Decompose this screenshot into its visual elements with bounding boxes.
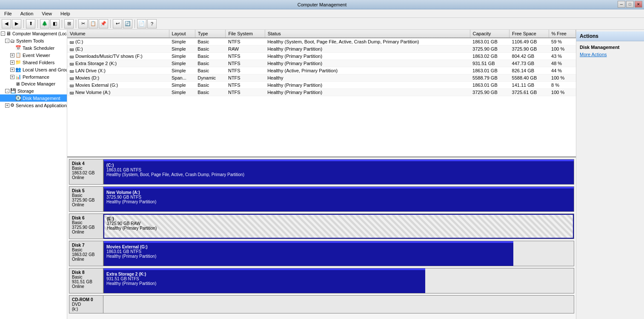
title-text: Computer Management (298, 2, 347, 7)
storage-expand[interactable]: - (5, 89, 9, 93)
paste-button[interactable]: 📌 (99, 19, 108, 28)
disk-row-6: Disk 6 Basic 3725.90 GB Online (E:) 3725… (69, 214, 574, 239)
disk-5-label: Disk 5 Basic 3725.90 GB Online (69, 187, 103, 211)
help-button[interactable]: ? (147, 19, 157, 28)
show-hide-console-tree[interactable]: 🌲 (40, 19, 49, 28)
sidebar-item-shared-folders[interactable]: + 📁 Shared Folders (0, 59, 67, 66)
sidebar-item-services-apps[interactable]: + ⚙ Services and Applications (0, 102, 67, 109)
disk-6-partitions: (E:) 3725.90 GB RAW Healthy (Primary Par… (103, 214, 574, 239)
disk-7-partition-g[interactable]: Movies External (G:) 1863.01 GB NTFS Hea… (103, 241, 513, 266)
services-apps-expand[interactable]: + (5, 103, 9, 108)
new-window[interactable]: ⊞ (64, 19, 74, 28)
system-tools-label: System Tools (16, 38, 44, 43)
col-type[interactable]: Type (195, 30, 226, 38)
services-apps-label: Services and Applications (16, 103, 67, 108)
table-row[interactable]: 🖴Downloads/Music/TV shows (F:)SimpleBasi… (67, 53, 576, 60)
sidebar-root[interactable]: - 🖥 Computer Management (Local (0, 30, 67, 37)
disk-row-8: Disk 8 Basic 931.51 GB Online Extra Stor… (69, 268, 574, 293)
menu-file[interactable]: File (2, 10, 14, 17)
event-viewer-expand[interactable]: + (10, 53, 14, 57)
root-expand-icon[interactable]: - (1, 31, 5, 36)
col-status[interactable]: Status (265, 30, 470, 38)
toolbar-separator-5 (110, 20, 111, 28)
sidebar-item-performance[interactable]: + 📊 Performance (0, 73, 67, 80)
toolbar-separator-4 (76, 20, 76, 28)
toolbar-separator-2 (37, 20, 38, 28)
col-filesystem[interactable]: File System (226, 30, 265, 38)
restore-button[interactable]: □ (626, 1, 634, 8)
table-row[interactable]: 🖴(C:)SimpleBasicNTFSHealthy (System, Boo… (67, 38, 576, 46)
table-row[interactable]: 🖴Extra Storage 2 (K:)SimpleBasicNTFSHeal… (67, 60, 576, 67)
disk-row-5: Disk 5 Basic 3725.90 GB Online New Volum… (69, 186, 574, 212)
sidebar-item-event-viewer[interactable]: + 📋 Event Viewer (0, 51, 67, 59)
table-row[interactable]: 🖴New Volume (A:)SimpleBasicNTFSHealthy (… (67, 89, 576, 96)
local-users-expand[interactable]: + (10, 68, 14, 72)
actions-more-actions[interactable]: More Actions (576, 51, 644, 58)
volume-table: Volume Layout Type File System Status Ca… (67, 30, 576, 96)
disk-7-partitions: Movies External (G:) 1863.01 GB NTFS Hea… (103, 241, 574, 266)
disk-management-label: Disk Management (23, 96, 60, 101)
shared-folders-expand[interactable]: + (10, 60, 14, 65)
menu-action[interactable]: Action (18, 10, 36, 17)
disk-8-partition-k[interactable]: Extra Storage 2 (K:) 931.51 GB NTFS Heal… (103, 268, 425, 293)
sidebar-item-local-users[interactable]: + 👥 Local Users and Groups (0, 66, 67, 73)
disk-5-partition-a[interactable]: New Volume (A:) 3725.90 GB NTFS Healthy … (103, 187, 574, 211)
cdrom-0-partitions (103, 296, 574, 313)
disk-4-partitions: (C:) 1863.01 GB NTFS Healthy (System, Bo… (103, 160, 574, 184)
show-hide-action-pane[interactable]: ◧ (50, 19, 60, 28)
cut-button[interactable]: ✂ (78, 19, 88, 28)
undo-button[interactable]: ↩ (113, 19, 122, 28)
volume-table-container: Volume Layout Type File System Status Ca… (67, 30, 576, 157)
col-freespace[interactable]: Free Space (509, 30, 549, 38)
sidebar-item-task-scheduler[interactable]: 📅 Task Scheduler (0, 44, 67, 51)
titlebar: Computer Management ─ □ ✕ (0, 0, 644, 9)
menu-help[interactable]: Help (58, 10, 73, 17)
toolbar-separator-3 (62, 20, 62, 28)
table-row[interactable]: 🖴LAN Drive (X:)SimpleBasicNTFSHealthy (A… (67, 67, 576, 74)
task-scheduler-label: Task Scheduler (23, 46, 54, 51)
sidebar-item-system-tools[interactable]: - 🗂 System Tools (0, 37, 67, 44)
refresh-button[interactable]: 🔄 (123, 19, 132, 28)
table-row[interactable]: 🖴Movies External (G:)SimpleBasicNTFSHeal… (67, 82, 576, 89)
col-capacity[interactable]: Capacity (470, 30, 509, 38)
menu-view[interactable]: View (39, 10, 54, 17)
close-button[interactable]: ✕ (635, 1, 642, 8)
sidebar-item-disk-management[interactable]: 💽 Disk Management (0, 94, 67, 102)
forward-button[interactable]: ▶ (12, 19, 21, 28)
disk-6-label: Disk 6 Basic 3725.90 GB Online (69, 214, 103, 239)
copy-button[interactable]: 📋 (89, 19, 98, 28)
table-row[interactable]: 🖴Movies (D:)Span...DynamicNTFSHealthy558… (67, 74, 576, 82)
shared-folders-label: Shared Folders (23, 60, 54, 65)
actions-header: Actions (576, 31, 644, 41)
table-row[interactable]: 🖴(E:)SimpleBasicRAWHealthy (Primary Part… (67, 46, 576, 53)
disk-4-partition-c[interactable]: (C:) 1863.01 GB NTFS Healthy (System, Bo… (103, 160, 574, 184)
sidebar: - 🖥 Computer Management (Local - 🗂 Syste… (0, 30, 67, 319)
system-tools-expand[interactable]: - (5, 39, 9, 43)
col-layout[interactable]: Layout (169, 30, 195, 38)
performance-label: Performance (23, 74, 49, 80)
back-button[interactable]: ◀ (2, 19, 11, 28)
actions-section-disk-management: Disk Management (576, 43, 644, 51)
properties-button[interactable]: 📄 (137, 19, 146, 28)
sidebar-item-device-manager[interactable]: 🖥 Device Manager (0, 80, 67, 87)
disk-view: Disk 4 Basic 1863.02 GB Online (C:) 1863… (67, 157, 576, 319)
cdrom-0-label: CD-ROM 0 DVD (k:) (69, 296, 103, 313)
actions-panel: Actions Disk Management More Actions (576, 30, 644, 319)
titlebar-controls: ─ □ ✕ (618, 1, 642, 8)
minimize-button[interactable]: ─ (618, 1, 625, 8)
performance-expand[interactable]: + (10, 75, 14, 79)
disk-6-partition-e[interactable]: (E:) 3725.90 GB RAW Healthy (Primary Par… (103, 214, 574, 239)
col-volume[interactable]: Volume (67, 30, 169, 38)
toolbar-separator-6 (135, 20, 135, 28)
disk-5-partitions: New Volume (A:) 3725.90 GB NTFS Healthy … (103, 187, 574, 211)
menubar: File Action View Help (0, 9, 644, 18)
toolbar: ◀ ▶ ⬆ 🌲 ◧ ⊞ ✂ 📋 📌 ↩ 🔄 📄 ? (0, 18, 644, 30)
col-pctfree[interactable]: % Free (549, 30, 575, 38)
up-button[interactable]: ⬆ (26, 19, 35, 28)
main-layout: - 🖥 Computer Management (Local - 🗂 Syste… (0, 30, 644, 319)
sidebar-item-storage[interactable]: - 💾 Storage (0, 87, 67, 94)
event-viewer-label: Event Viewer (23, 53, 50, 58)
disk-row-7: Disk 7 Basic 1863.02 GB Online Movies Ex… (69, 241, 574, 266)
disk-8-partitions: Extra Storage 2 (K:) 931.51 GB NTFS Heal… (103, 268, 574, 293)
disk-4-label: Disk 4 Basic 1863.02 GB Online (69, 160, 103, 184)
